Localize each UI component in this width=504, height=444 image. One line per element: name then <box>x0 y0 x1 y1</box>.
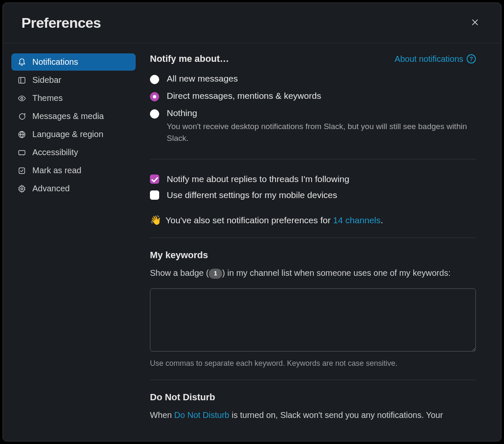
sidebar-item-label: Accessibility <box>32 148 78 157</box>
checkbox[interactable] <box>150 174 159 184</box>
svg-point-10 <box>21 188 23 190</box>
keywords-desc-suffix: ) in my channel list when someone uses o… <box>222 268 451 278</box>
preferences-sidebar: Notifications Sidebar Themes Messages & … <box>3 43 142 441</box>
divider <box>150 159 476 159</box>
keywords-input[interactable] <box>150 288 476 352</box>
radio-sublabel: You won't receive desktop notifications … <box>167 121 476 144</box>
divider <box>150 380 476 380</box>
dnd-link[interactable]: Do Not Disturb <box>174 410 229 420</box>
info-text: You've also set notification preferences… <box>165 215 333 225</box>
dnd-desc: When Do Not Disturb is turned on, Slack … <box>150 409 476 421</box>
sidebar-item-advanced[interactable]: Advanced <box>11 180 136 197</box>
sidebar-item-label: Messages & media <box>32 111 104 121</box>
notify-title: Notify me about… <box>150 53 229 64</box>
checkbox[interactable] <box>150 190 159 200</box>
bell-icon <box>17 58 26 67</box>
thread-replies-checkbox-row[interactable]: Notify me about replies to threads I'm f… <box>150 171 476 187</box>
panel-left-icon <box>17 76 26 85</box>
modal-header: Preferences <box>3 3 501 43</box>
help-icon: ? <box>467 54 476 63</box>
gear-icon <box>17 184 26 193</box>
keyboard-icon <box>17 148 26 157</box>
modal-title: Preferences <box>21 15 101 31</box>
sidebar-item-label: Themes <box>32 93 63 103</box>
keywords-desc: Show a badge (1) in my channel list when… <box>150 267 476 279</box>
channels-link[interactable]: 14 channels <box>333 215 381 225</box>
close-button[interactable] <box>467 16 483 31</box>
svg-rect-9 <box>19 168 24 173</box>
notify-option-nothing[interactable]: Nothing You won't receive desktop notifi… <box>150 105 476 147</box>
radio-button[interactable] <box>150 92 159 101</box>
divider <box>150 238 476 238</box>
info-text-suffix: . <box>381 215 383 225</box>
radio-button[interactable] <box>150 109 159 119</box>
radio-button[interactable] <box>150 75 159 84</box>
dnd-title: Do Not Disturb <box>150 392 476 403</box>
mobile-settings-checkbox-row[interactable]: Use different settings for my mobile dev… <box>150 187 476 203</box>
preferences-modal: Preferences Notifications Sidebar <box>3 3 501 441</box>
sidebar-item-label: Sidebar <box>32 75 61 85</box>
notify-option-all[interactable]: All new messages <box>150 70 476 87</box>
sidebar-item-label: Mark as read <box>32 166 81 175</box>
wave-icon: 👋 <box>150 215 161 226</box>
chat-icon <box>17 112 26 121</box>
radio-label: Nothing <box>167 108 476 118</box>
keywords-hint: Use commas to separate each keyword. Key… <box>150 359 476 368</box>
modal-body: Notifications Sidebar Themes Messages & … <box>3 43 501 441</box>
sidebar-item-label: Notifications <box>32 57 78 67</box>
dnd-desc-prefix: When <box>150 410 174 420</box>
about-notifications-label: About notifications <box>395 54 463 64</box>
radio-label: All new messages <box>167 74 238 84</box>
svg-point-4 <box>21 97 23 99</box>
sidebar-item-mark-as-read[interactable]: Mark as read <box>11 162 136 179</box>
keywords-desc-prefix: Show a badge ( <box>150 268 209 278</box>
sidebar-item-notifications[interactable]: Notifications <box>11 53 136 71</box>
content-wrap: Notify me about… About notifications ? A… <box>142 43 501 441</box>
sidebar-item-label: Language & region <box>32 130 103 139</box>
about-notifications-link[interactable]: About notifications ? <box>395 54 476 64</box>
sidebar-item-accessibility[interactable]: Accessibility <box>11 144 136 161</box>
globe-icon <box>17 130 26 139</box>
svg-rect-6 <box>19 151 25 155</box>
notify-section-head: Notify me about… About notifications ? <box>150 53 476 64</box>
sidebar-item-label: Advanced <box>32 184 70 193</box>
radio-label: Direct messages, mentions & keywords <box>167 91 321 101</box>
content-scroll[interactable]: Notify me about… About notifications ? A… <box>142 43 501 441</box>
keywords-title: My keywords <box>150 250 476 261</box>
eye-icon <box>17 94 26 103</box>
sidebar-item-sidebar[interactable]: Sidebar <box>11 71 136 89</box>
badge-pill: 1 <box>209 269 222 279</box>
dnd-desc-suffix: is turned on, Slack won't send you any n… <box>229 410 443 420</box>
sidebar-item-language-region[interactable]: Language & region <box>11 126 136 143</box>
sidebar-item-themes[interactable]: Themes <box>11 90 136 107</box>
check-square-icon <box>17 166 26 175</box>
svg-rect-2 <box>19 77 25 83</box>
close-icon <box>471 18 479 28</box>
channel-prefs-info: 👋 You've also set notification preferenc… <box>150 215 476 226</box>
checkbox-label: Use different settings for my mobile dev… <box>167 190 337 200</box>
sidebar-item-messages-media[interactable]: Messages & media <box>11 108 136 125</box>
checkbox-label: Notify me about replies to threads I'm f… <box>167 174 349 184</box>
notify-option-dm-mentions[interactable]: Direct messages, mentions & keywords <box>150 87 476 105</box>
